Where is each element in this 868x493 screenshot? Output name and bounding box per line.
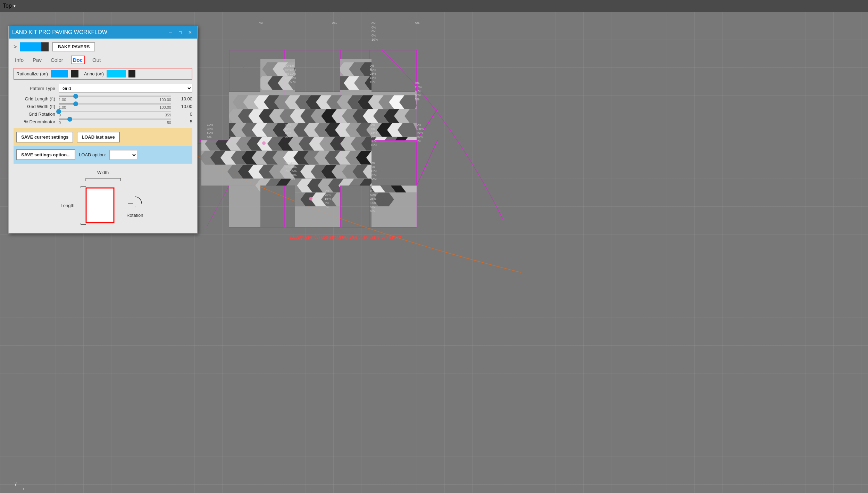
length-label: Length bbox=[61, 203, 75, 208]
pattern-type-label: Pattern Type bbox=[14, 86, 55, 91]
grid-length-value: 10.00 bbox=[173, 96, 192, 101]
grid-rotation-slider-container: 0 359 bbox=[59, 111, 171, 117]
bake-pavers-button[interactable]: BAKE PAVERS bbox=[52, 42, 95, 51]
load-last-button[interactable]: LOAD last save bbox=[77, 132, 119, 142]
pct-denominator-thumb[interactable] bbox=[67, 117, 72, 122]
dialog-title: LAND KIT PRO PAVING WORKFLOW bbox=[12, 29, 107, 35]
grid-width-section: Grid Width (ft) 1.00 100.00 10.00 bbox=[14, 103, 192, 109]
drag-text: Drag the Grasshopper file into this wind… bbox=[290, 234, 402, 241]
pct-denominator-track[interactable] bbox=[59, 118, 171, 120]
grid-width-label: Grid Width (ft) bbox=[14, 104, 55, 109]
viewport-label: Top bbox=[3, 3, 12, 9]
rotation-arc-svg: ← bbox=[124, 193, 145, 214]
anno-label: Anno (on) bbox=[84, 71, 104, 76]
anno-center-m: 0%5%15%25%35%10% bbox=[371, 123, 377, 147]
anno-top-right: 0%0%0%0%10% bbox=[372, 22, 378, 42]
diagram-rectangle-svg bbox=[79, 184, 121, 226]
pct-denominator-section: % Denominator 0 50 5 bbox=[14, 118, 192, 125]
anno-right-top: 0%2.0%40%50%8% bbox=[415, 81, 422, 101]
anno-bottom-r: 0%50%25%15%5%5% bbox=[370, 189, 376, 213]
grid-length-row: Grid Length (ft) 1.00 100.00 10.00 bbox=[14, 96, 192, 102]
top-bar: Top ▼ bbox=[0, 0, 868, 12]
tab-color[interactable]: Color bbox=[49, 56, 65, 64]
anno-bottom: 0%75%15%5%5% bbox=[325, 189, 331, 209]
tab-doc[interactable]: Doc bbox=[71, 56, 85, 64]
grid-width-track[interactable] bbox=[59, 103, 171, 105]
grid-length-thumb[interactable] bbox=[73, 94, 78, 99]
grid-rotation-thumb[interactable] bbox=[56, 109, 61, 114]
pct-denominator-row: % Denominator 0 50 5 bbox=[14, 118, 192, 125]
rationalize-swatch-dark bbox=[71, 70, 78, 77]
grid-rotation-minmax: 0 359 bbox=[59, 113, 171, 117]
nav-tabs: Info Pav Color Doc Out bbox=[14, 56, 192, 64]
save-load-section: SAVE current settings LOAD last save SAV… bbox=[14, 128, 192, 164]
dialog-panel: LAND KIT PRO PAVING WORKFLOW ─ □ ✕ > BAK… bbox=[8, 26, 198, 233]
minimize-button[interactable]: ─ bbox=[167, 29, 174, 35]
grid-rotation-value: 0 bbox=[173, 112, 192, 117]
save-section: SAVE current settings LOAD last save bbox=[14, 128, 192, 146]
grid-rotation-row: Grid Rotation 0 359 0 bbox=[14, 111, 192, 117]
viewport-arrow[interactable]: ▼ bbox=[13, 4, 16, 8]
anno-swatch-blue[interactable] bbox=[107, 70, 126, 77]
pct-denominator-slider-container: 0 50 bbox=[59, 118, 171, 125]
anno-right-m: 0%2.0%40%50%8% bbox=[417, 123, 424, 143]
load-option-label: LOAD option: bbox=[79, 152, 106, 157]
anno-0pct-2: 0% bbox=[332, 22, 337, 26]
diagram-section: Width Length bbox=[14, 164, 192, 230]
grid-length-section: Grid Length (ft) 1.00 100.00 10.00 bbox=[14, 96, 192, 102]
tab-out[interactable]: Out bbox=[91, 56, 102, 64]
dialog-content: > BAKE PAVERS Info Pav Color Doc Out Rat… bbox=[9, 39, 197, 233]
rotation-label: Rotation bbox=[126, 213, 143, 218]
y-axis-line bbox=[243, 12, 244, 85]
pattern-type-dropdown[interactable]: Grid Hex Random Basket Weave bbox=[59, 84, 192, 93]
save-option-button[interactable]: SAVE settings option... bbox=[16, 149, 75, 160]
anno-top-area: 0%50%25%15%10% bbox=[370, 64, 376, 84]
save-option-section: SAVE settings option... LOAD option: bbox=[14, 146, 192, 164]
pattern-type-row: Pattern Type Grid Hex Random Basket Weav… bbox=[14, 84, 192, 93]
grid-rotation-track[interactable] bbox=[59, 111, 171, 112]
pct-denominator-value: 5 bbox=[173, 119, 192, 124]
pct-denominator-label: % Denominator bbox=[14, 119, 55, 124]
rationalize-label: Rationalize (on) bbox=[16, 71, 48, 76]
tab-pav[interactable]: Pav bbox=[31, 56, 43, 64]
axis-x-label: x bbox=[23, 486, 25, 491]
restore-button[interactable]: □ bbox=[176, 29, 184, 35]
grid-width-slider-container: 1.00 100.00 bbox=[59, 103, 171, 109]
grid-width-thumb[interactable] bbox=[73, 101, 78, 106]
grid-width-value: 10.00 bbox=[173, 104, 192, 109]
tab-info[interactable]: Info bbox=[14, 56, 25, 64]
anno-far-left: 10%35%50%5% bbox=[207, 123, 213, 139]
anno-center-l: 40%10%30%20% bbox=[285, 123, 291, 139]
color-swatch-dark bbox=[41, 42, 49, 51]
grid-length-slider-container: 1.00 100.00 bbox=[59, 96, 171, 102]
rationalize-row: Rationalize (on) Anno (on) bbox=[14, 68, 192, 80]
save-row: SAVE current settings LOAD last save bbox=[16, 132, 190, 142]
save-current-button[interactable]: SAVE current settings bbox=[16, 132, 73, 142]
grid-length-track[interactable] bbox=[59, 96, 171, 97]
svg-text:←: ← bbox=[134, 205, 137, 208]
arrow-button[interactable]: > bbox=[14, 44, 17, 50]
anno-lower-center: 40%30%15%10%5% bbox=[290, 161, 297, 181]
grid-rotation-label: Grid Rotation bbox=[14, 112, 55, 117]
rationalize-swatch-blue[interactable] bbox=[51, 70, 68, 77]
anno-lower-m: 0%5%15%25%60% bbox=[371, 161, 377, 181]
width-label: Width bbox=[97, 170, 109, 175]
svg-rect-182 bbox=[86, 188, 114, 223]
toolbar-row: > BAKE PAVERS bbox=[14, 42, 192, 51]
anno-mid-1: 1%35%10%25%50% bbox=[290, 64, 296, 84]
width-bracket-svg bbox=[84, 177, 122, 182]
anno-swatch-dark bbox=[128, 70, 135, 77]
axis-y-label: y bbox=[15, 481, 17, 486]
save-option-row: SAVE settings option... LOAD option: bbox=[16, 149, 190, 160]
grid-rotation-section: Grid Rotation 0 359 0 bbox=[14, 111, 192, 117]
titlebar-buttons: ─ □ ✕ bbox=[167, 29, 194, 35]
dialog-titlebar: LAND KIT PRO PAVING WORKFLOW ─ □ ✕ bbox=[9, 26, 197, 39]
rotation-area: ← Rotation bbox=[124, 193, 145, 218]
close-button[interactable]: ✕ bbox=[186, 29, 194, 35]
grid-width-row: Grid Width (ft) 1.00 100.00 10.00 bbox=[14, 103, 192, 109]
load-option-dropdown[interactable] bbox=[109, 150, 137, 160]
anno-0pct-1: 0% bbox=[259, 22, 263, 26]
grid-length-label: Grid Length (ft) bbox=[14, 96, 55, 101]
diagram-svg-area: Length ← Rotation bbox=[17, 184, 189, 226]
color-swatch-blue[interactable] bbox=[20, 42, 41, 51]
